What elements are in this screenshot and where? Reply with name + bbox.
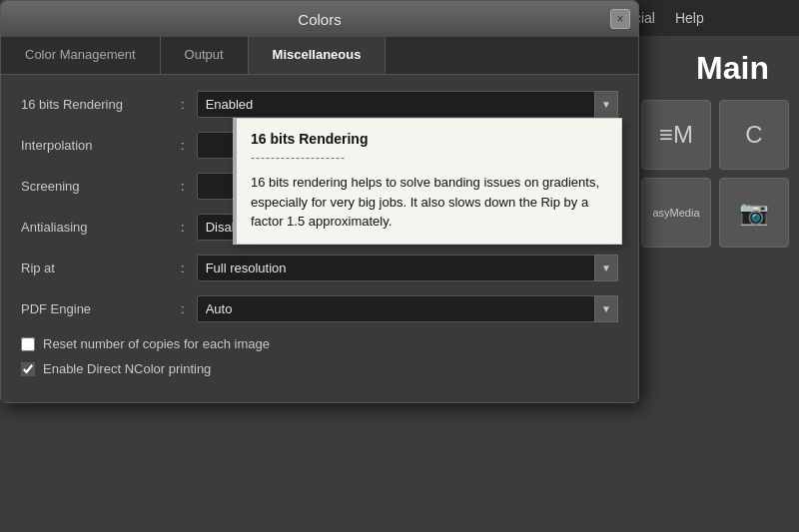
field-ripat: Rip at : Full resolution Half resolution… xyxy=(21,255,618,281)
dialog-titlebar: Colors × xyxy=(1,1,638,37)
app-icon-camera[interactable]: 📷 xyxy=(719,178,789,248)
checkbox-row-ncolor: Enable Direct NColor printing xyxy=(21,361,618,376)
colon-antialiasing: : xyxy=(181,220,185,235)
icon-row-2: asyMedia 📷 xyxy=(641,178,789,248)
colon-interpolation: : xyxy=(181,138,185,153)
tab-bar: Color Management Output Miscellaneous xyxy=(1,37,638,75)
app-icon-c[interactable]: C xyxy=(719,100,789,170)
checkbox-ncolor[interactable] xyxy=(21,362,35,376)
select-16bits[interactable]: Enabled Disabled xyxy=(197,91,618,118)
tooltip-separator: ------------------- xyxy=(251,151,607,165)
colon-ripat: : xyxy=(181,261,185,275)
checkbox-reset[interactable] xyxy=(21,337,35,351)
colon-16bits: : xyxy=(181,97,185,112)
app-icon-easymedia[interactable]: asyMedia xyxy=(641,178,711,248)
colon-pdfengine: : xyxy=(181,301,185,316)
em-icon: ≡M xyxy=(659,121,693,149)
tooltip-title: 16 bits Rendering xyxy=(251,131,607,147)
field-16bits: 16 bits Rendering : Enabled Disabled ▼ xyxy=(21,91,618,118)
icon-row-1: ≡M C xyxy=(641,100,789,170)
camera-icon: 📷 xyxy=(739,199,769,227)
app-icon-area: ≡M C asyMedia 📷 xyxy=(641,100,789,248)
label-ncolor: Enable Direct NColor printing xyxy=(43,361,211,376)
label-pdfengine: PDF Engine xyxy=(21,301,181,316)
easymedia-icon: asyMedia xyxy=(652,207,699,219)
tooltip-popup: 16 bits Rendering ------------------- 16… xyxy=(233,118,622,245)
field-pdfengine: PDF Engine : Auto Manual ▼ xyxy=(21,295,618,322)
tab-miscellaneous[interactable]: Miscellaneous xyxy=(249,37,387,74)
tab-output[interactable]: Output xyxy=(161,37,249,74)
dialog-title: Colors xyxy=(298,11,341,28)
select-pdfengine[interactable]: Auto Manual xyxy=(197,295,618,322)
label-reset: Reset number of copies for each image xyxy=(43,336,270,351)
menu-help[interactable]: Help xyxy=(675,10,704,26)
app-icon-em[interactable]: ≡M xyxy=(641,100,711,170)
tab-color-management[interactable]: Color Management xyxy=(1,37,161,74)
select-wrapper-16bits: Enabled Disabled ▼ xyxy=(197,91,618,118)
label-ripat: Rip at xyxy=(21,261,181,275)
select-ripat[interactable]: Full resolution Half resolution xyxy=(197,255,618,281)
label-antialiasing: Antialiasing xyxy=(21,220,181,235)
tooltip-body: 16 bits rendering helps to solve banding… xyxy=(251,173,607,232)
label-16bits: 16 bits Rendering xyxy=(21,97,181,112)
checkbox-row-reset: Reset number of copies for each image xyxy=(21,336,618,351)
app-main-label: Main xyxy=(696,50,769,87)
label-interpolation: Interpolation xyxy=(21,138,181,153)
label-screening: Screening xyxy=(21,179,181,194)
c-icon: C xyxy=(745,121,762,149)
close-button[interactable]: × xyxy=(610,9,630,29)
select-wrapper-pdfengine: Auto Manual ▼ xyxy=(197,295,618,322)
select-wrapper-ripat: Full resolution Half resolution ▼ xyxy=(197,255,618,281)
colon-screening: : xyxy=(181,179,185,194)
